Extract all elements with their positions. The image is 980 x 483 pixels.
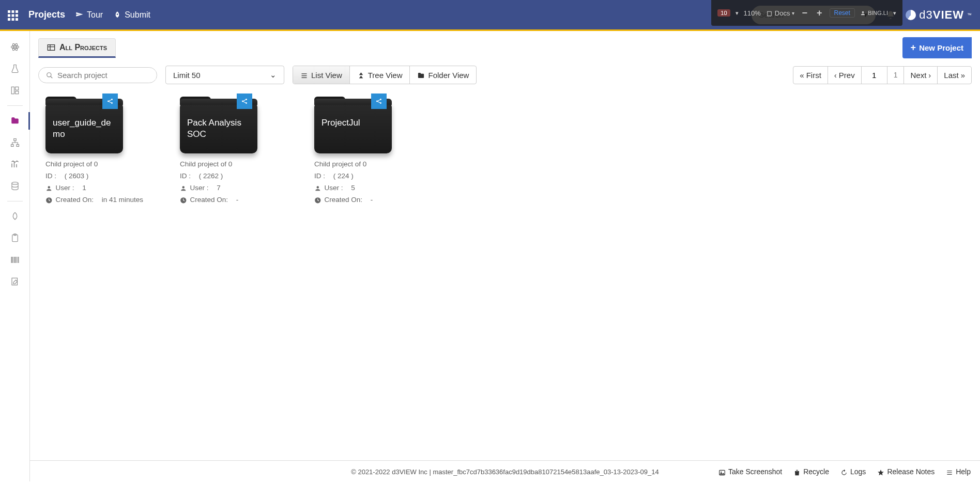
clock-icon [314, 194, 321, 206]
project-name: Pack Analysis SOC [187, 117, 250, 140]
page-total: 1 [887, 67, 905, 84]
tree-view-label: Tree View [368, 71, 403, 80]
svg-rect-7 [12, 18, 14, 21]
list-view-label: List View [311, 71, 342, 80]
svg-rect-8 [16, 18, 18, 21]
footer-bar: © 2021-2022 d3VIEW Inc | master_fbc7cd7b… [30, 460, 980, 481]
main-content: All Projects + New Project Limit 50 ⌄ Li… [30, 31, 980, 481]
tree-icon [357, 70, 365, 80]
user-name: BING.LI [868, 10, 888, 16]
history-icon [840, 468, 848, 476]
recycle-button[interactable]: Recycle [793, 468, 829, 476]
project-id: ( 2262 ) [199, 170, 223, 182]
chevron-down-icon[interactable]: ▾ [736, 10, 739, 17]
created-value: - [371, 194, 373, 206]
screenshot-label: Take Screenshot [728, 468, 782, 476]
created-label: Created On: [190, 194, 228, 206]
project-card[interactable]: user_guide_demo Child project of 0 ID : … [45, 102, 149, 206]
sidebar-item-barcode[interactable] [5, 250, 25, 270]
svg-rect-16 [13, 139, 16, 141]
tab-label: All Projects [59, 43, 107, 52]
rocket-icon [113, 10, 121, 20]
next-label: Next [910, 71, 926, 80]
svg-point-24 [47, 73, 51, 77]
user-icon [180, 182, 187, 194]
tour-link[interactable]: Tour [75, 10, 103, 20]
project-card[interactable]: Pack Analysis SOC Child project of 0 ID … [180, 102, 283, 206]
search-icon [46, 71, 53, 79]
release-notes-button[interactable]: Release Notes [877, 468, 935, 476]
tree-view-button[interactable]: Tree View [350, 66, 410, 84]
sidebar-item-flask[interactable] [5, 59, 25, 79]
sidebar-item-analytics[interactable] [5, 154, 25, 174]
sidebar-item-atom[interactable] [5, 37, 25, 57]
zoom-in-button[interactable]: + [815, 8, 824, 19]
last-page-button[interactable]: Last» [938, 67, 971, 84]
chevron-down-icon[interactable]: ▾ [893, 10, 896, 17]
created-label: Created On: [56, 194, 94, 206]
project-meta: Child project of 0 ID : ( 2262 ) User : … [180, 159, 283, 206]
prev-label: Prev [839, 71, 855, 80]
zoom-reset-button[interactable]: Reset [830, 8, 855, 18]
search-project-input[interactable] [57, 71, 156, 80]
limit-select[interactable]: Limit 50 ⌄ [165, 66, 284, 84]
view-toggle: List View Tree View Folder View [293, 66, 477, 84]
sidebar-item-hierarchy[interactable] [5, 133, 25, 152]
list-view-button[interactable]: List View [293, 66, 350, 84]
share-icon[interactable] [102, 94, 118, 109]
project-meta: Child project of 0 ID : ( 2603 ) User : … [45, 159, 149, 206]
folder-icon[interactable]: ProjectJul [314, 102, 392, 153]
image-icon [718, 468, 726, 476]
new-project-label: New Project [919, 43, 963, 52]
search-project-box[interactable] [38, 67, 157, 83]
next-page-button[interactable]: Next› [904, 67, 938, 84]
created-label: Created On: [325, 194, 363, 206]
logs-label: Logs [850, 468, 866, 476]
help-button[interactable]: Help [946, 468, 971, 476]
new-project-button[interactable]: + New Project [902, 37, 972, 58]
zoom-out-button[interactable]: − [800, 8, 809, 19]
sidebar-item-projects[interactable] [5, 111, 25, 131]
chevron-down-icon: ⌄ [270, 70, 277, 80]
share-icon[interactable] [371, 94, 387, 109]
project-card[interactable]: ProjectJul Child project of 0 ID : ( 224… [314, 102, 418, 206]
sidebar-item-clipboard[interactable] [5, 228, 25, 248]
logo-d3: d3 [919, 8, 932, 21]
prev-page-button[interactable]: ‹Prev [828, 67, 862, 84]
svg-rect-15 [15, 91, 18, 94]
svg-rect-6 [8, 18, 10, 21]
project-name: user_guide_demo [53, 117, 116, 140]
sidebar-item-layout[interactable] [5, 81, 25, 100]
folder-view-button[interactable]: Folder View [410, 66, 476, 84]
svg-rect-17 [11, 145, 13, 147]
sidebar-item-database[interactable] [5, 176, 25, 196]
apps-grid-icon[interactable] [8, 9, 18, 21]
folder-icon[interactable]: Pack Analysis SOC [180, 102, 257, 153]
plus-icon: + [911, 42, 916, 53]
folder-icon[interactable]: user_guide_demo [45, 102, 123, 153]
created-value: - [236, 194, 239, 206]
notification-count-badge: 10 [717, 9, 730, 17]
projects-grid: user_guide_demo Child project of 0 ID : … [30, 91, 980, 216]
sidebar-item-edit[interactable] [5, 272, 25, 291]
sidebar-item-rocket[interactable] [5, 207, 25, 226]
logo-pie-icon [906, 10, 916, 20]
user-label: User : [56, 182, 74, 194]
user-menu[interactable]: BING.LI [860, 10, 888, 17]
take-screenshot-button[interactable]: Take Screenshot [718, 468, 782, 476]
chevron-down-icon: ▾ [792, 10, 794, 16]
project-meta: Child project of 0 ID : ( 224 ) User : 5… [314, 159, 418, 206]
tab-all-projects[interactable]: All Projects [38, 38, 116, 58]
docs-label: Docs [775, 9, 790, 17]
first-page-button[interactable]: «First [793, 67, 828, 84]
docs-link[interactable]: Docs ▾ [766, 9, 795, 17]
logs-button[interactable]: Logs [840, 468, 866, 476]
list-icon [300, 70, 308, 80]
svg-rect-2 [16, 10, 18, 13]
submit-link[interactable]: Submit [113, 10, 150, 20]
user-icon [45, 182, 53, 194]
page-input[interactable] [862, 67, 887, 84]
share-icon[interactable] [237, 94, 252, 109]
limit-label: Limit 50 [173, 71, 201, 80]
clock-icon [45, 194, 53, 206]
